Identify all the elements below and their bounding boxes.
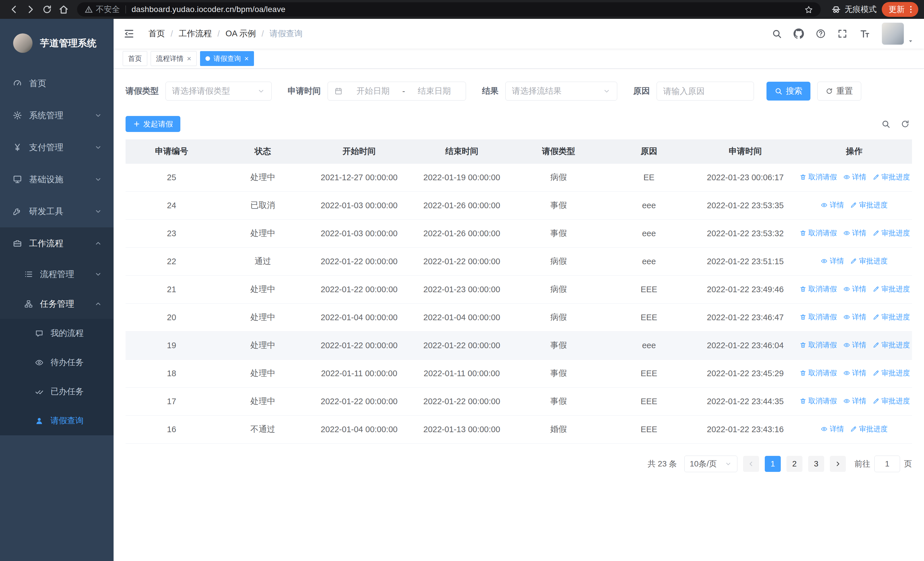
chevron-down-icon: [94, 111, 102, 119]
browser-reload-button[interactable]: [39, 1, 56, 18]
font-size-icon: [859, 28, 870, 39]
approval-progress-link[interactable]: 审批进度: [873, 340, 910, 350]
cancel-leave-link[interactable]: 取消请假: [800, 396, 837, 406]
detail-link[interactable]: 详情: [843, 396, 866, 406]
reason-input[interactable]: [657, 82, 754, 101]
sidebar-item-leave-query[interactable]: 请假查询: [0, 406, 114, 435]
help-button[interactable]: [816, 29, 826, 39]
sidebar-item-task-management[interactable]: 任务管理: [0, 289, 114, 319]
cell-operations: 取消请假详情审批进度: [796, 163, 912, 191]
detail-link[interactable]: 详情: [843, 228, 866, 238]
detail-link[interactable]: 详情: [821, 256, 844, 266]
github-link[interactable]: [793, 28, 804, 39]
page-button-3[interactable]: 3: [808, 456, 824, 472]
cell-apply-no: 19: [126, 331, 218, 359]
prev-page-button[interactable]: [743, 456, 759, 472]
address-bar[interactable]: 不安全 dashboard.yudao.iocoder.cn/bpm/oa/le…: [77, 2, 821, 17]
sidebar-item-workflow[interactable]: 工作流程: [0, 227, 114, 259]
approval-progress-link[interactable]: 审批进度: [873, 312, 910, 322]
detail-link[interactable]: 详情: [843, 284, 866, 294]
detail-link[interactable]: 详情: [843, 172, 866, 182]
sidebar-item-todo-tasks[interactable]: 待办任务: [0, 348, 114, 377]
page-unit-label: 页: [904, 459, 912, 469]
next-page-button[interactable]: [830, 456, 846, 472]
delete-icon: [800, 314, 806, 320]
approval-progress-link[interactable]: 审批进度: [873, 368, 910, 378]
cell-end-time: 2022-01-23 00:00:00: [410, 275, 513, 303]
page-button-2[interactable]: 2: [786, 456, 802, 472]
cancel-leave-link[interactable]: 取消请假: [800, 368, 837, 378]
sidebar-item-home[interactable]: 首页: [0, 68, 114, 99]
sidebar-item-infrastructure[interactable]: 基础设施: [0, 163, 114, 196]
reset-button[interactable]: 重置: [817, 82, 861, 101]
sidebar-item-process-management[interactable]: 流程管理: [0, 259, 114, 289]
refresh-table-button[interactable]: [901, 119, 910, 129]
star-icon: [804, 5, 813, 14]
incognito-badge: 无痕模式: [831, 4, 877, 15]
header-search-button[interactable]: [772, 29, 782, 39]
tab-process-detail[interactable]: 流程详情 ×: [151, 51, 196, 66]
detail-link[interactable]: 详情: [821, 424, 844, 434]
cell-start-time: 2022-01-03 00:00:00: [308, 191, 410, 220]
sidebar-item-payment[interactable]: 支付管理: [0, 131, 114, 163]
goto-page-input[interactable]: [874, 456, 900, 472]
tab-leave-query[interactable]: 请假查询 ×: [200, 51, 254, 66]
breadcrumb-item-home[interactable]: 首页: [148, 28, 165, 39]
approval-progress-link[interactable]: 审批进度: [873, 396, 910, 406]
cancel-leave-link[interactable]: 取消请假: [800, 312, 837, 322]
user-menu[interactable]: [882, 23, 914, 45]
close-icon[interactable]: ×: [244, 55, 249, 62]
close-icon[interactable]: ×: [187, 55, 191, 62]
sidebar-item-done-tasks[interactable]: 已办任务: [0, 377, 114, 406]
approval-progress-link[interactable]: 审批进度: [850, 424, 888, 434]
page-size-select[interactable]: 10条/页: [684, 456, 737, 472]
search-button[interactable]: 搜索: [766, 82, 810, 101]
toggle-search-button[interactable]: [881, 119, 890, 129]
workflow-submenu: 流程管理 任务管理 我的流程: [0, 259, 114, 435]
leave-type-select[interactable]: 请选择请假类型: [165, 82, 272, 101]
approval-progress-link[interactable]: 审批进度: [850, 256, 888, 266]
page-button-1[interactable]: 1: [765, 456, 781, 472]
create-leave-button[interactable]: 发起请假: [126, 116, 180, 132]
cell-reason: EEE: [604, 415, 694, 443]
browser-back-button[interactable]: [6, 1, 22, 18]
detail-link[interactable]: 详情: [843, 368, 866, 378]
result-select[interactable]: 请选择流结果: [506, 82, 617, 101]
approval-progress-link[interactable]: 审批进度: [873, 284, 910, 294]
sidebar-item-my-process[interactable]: 我的流程: [0, 319, 114, 348]
browser-home-button[interactable]: [56, 1, 72, 18]
url-text: dashboard.yudao.iocoder.cn/bpm/oa/leave: [132, 5, 285, 14]
breadcrumb-item-current: 请假查询: [270, 28, 303, 39]
fullscreen-button[interactable]: [837, 29, 848, 39]
yen-icon: [12, 143, 22, 152]
chevron-down-icon: [94, 208, 102, 215]
detail-link[interactable]: 详情: [821, 200, 844, 210]
detail-link[interactable]: 详情: [843, 312, 866, 322]
approval-progress-link[interactable]: 审批进度: [873, 172, 910, 182]
cell-leave-type: 病假: [513, 247, 604, 275]
logo[interactable]: 芋道管理系统: [0, 19, 114, 68]
chat-icon: [35, 329, 44, 338]
sidebar-collapse-button[interactable]: [123, 28, 135, 39]
cancel-leave-link[interactable]: 取消请假: [800, 172, 837, 182]
detail-link[interactable]: 详情: [843, 340, 866, 350]
security-indicator[interactable]: 不安全: [84, 4, 120, 15]
tool-icon: [12, 206, 22, 216]
font-size-button[interactable]: [859, 28, 870, 39]
tab-home[interactable]: 首页: [123, 51, 147, 66]
breadcrumb-item-oa-example: OA 示例: [225, 28, 256, 39]
sidebar-item-system[interactable]: 系统管理: [0, 99, 114, 131]
approval-progress-link[interactable]: 审批进度: [850, 200, 888, 210]
browser-update-menu-button[interactable]: 更新: [882, 2, 918, 17]
apply-time-range-picker[interactable]: 开始日期 - 结束日期: [328, 82, 466, 101]
cell-end-time: 2022-01-22 00:00:00: [410, 387, 513, 415]
sidebar-item-devtools[interactable]: 研发工具: [0, 196, 114, 227]
cancel-leave-link[interactable]: 取消请假: [800, 340, 837, 350]
cell-apply-time: 2022-01-22 23:46:47: [694, 303, 796, 331]
sidebar-item-label: 待办任务: [51, 357, 84, 368]
bookmark-star-button[interactable]: [804, 5, 813, 14]
cancel-leave-link[interactable]: 取消请假: [800, 284, 837, 294]
cancel-leave-link[interactable]: 取消请假: [800, 228, 837, 238]
browser-forward-button[interactable]: [22, 1, 39, 18]
approval-progress-link[interactable]: 审批进度: [873, 228, 910, 238]
